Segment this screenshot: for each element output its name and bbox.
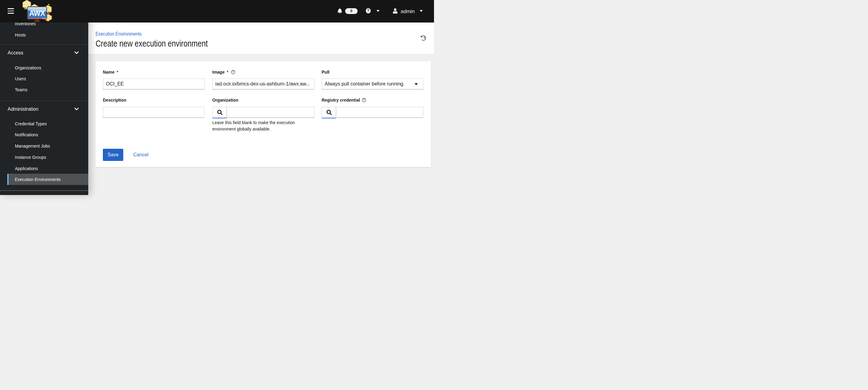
svg-text:?: ? (363, 98, 365, 102)
svg-text:?: ? (232, 70, 234, 74)
svg-text:AWX: AWX (29, 9, 45, 17)
